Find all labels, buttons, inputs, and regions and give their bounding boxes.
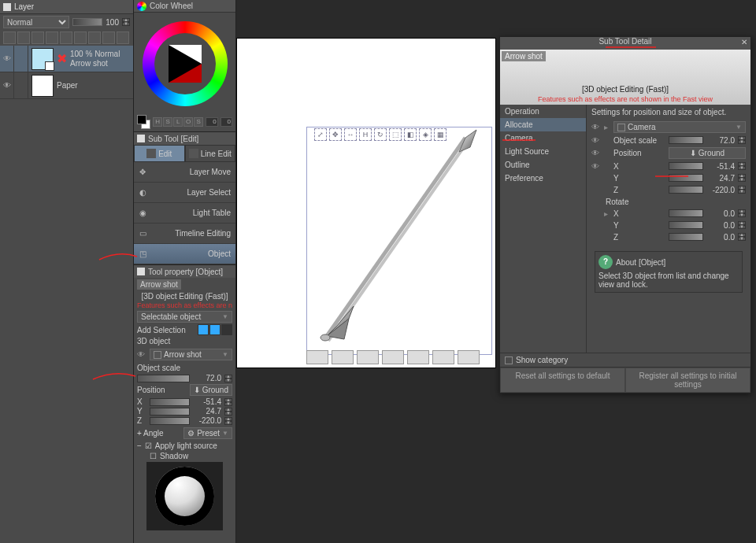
- lock-col[interactable]: [14, 46, 28, 72]
- canvas-btn[interactable]: [407, 350, 429, 364]
- eye-icon[interactable]: 👁: [137, 350, 146, 360]
- pos-y-spinner[interactable]: ▲▼: [224, 408, 232, 416]
- layer-tool-btn[interactable]: [74, 31, 87, 44]
- sv-triangle[interactable]: [169, 45, 202, 83]
- arrow-3d-object[interactable]: [313, 124, 486, 356]
- scale-slider[interactable]: [137, 375, 190, 382]
- selection-mode-swatches[interactable]: [198, 324, 232, 335]
- angle-expand[interactable]: + Angle: [137, 429, 164, 438]
- s-button[interactable]: S: [163, 117, 172, 127]
- spinner[interactable]: ▲▼: [738, 221, 746, 229]
- checkbox-icon[interactable]: [154, 351, 161, 359]
- pos-z-slider[interactable]: [150, 417, 190, 425]
- scale-slider[interactable]: [669, 136, 703, 144]
- eye-icon[interactable]: 👁: [591, 135, 601, 145]
- caret-icon[interactable]: ▸: [604, 209, 610, 218]
- close-icon[interactable]: ✕: [739, 38, 749, 47]
- layer-row-arrow-shot[interactable]: 👁 ✖ 100 % Normal Arrow shot: [0, 46, 133, 72]
- spinner[interactable]: ▲▼: [738, 233, 746, 241]
- detail-titlebar[interactable]: Sub Tool Detail ✕: [500, 37, 750, 50]
- rot-z-slider[interactable]: [669, 233, 703, 241]
- layer-tool-btn[interactable]: [88, 31, 101, 44]
- visibility-icon[interactable]: 👁: [0, 72, 14, 98]
- object-name-drop[interactable]: Arrow shot ▼: [150, 349, 232, 360]
- visibility-icon[interactable]: 👁: [0, 46, 14, 72]
- ground-button[interactable]: ⬇Ground: [190, 384, 232, 396]
- pos-x-spinner[interactable]: ▲▼: [224, 398, 232, 406]
- cat-outline[interactable]: Outline: [500, 158, 586, 172]
- spinner[interactable]: ▲▼: [738, 174, 746, 182]
- layer-toolbar: [0, 30, 133, 46]
- sel-sub-icon[interactable]: [221, 324, 232, 335]
- layer-tool-btn[interactable]: [46, 31, 58, 44]
- layer-tool-btn[interactable]: [60, 31, 72, 44]
- opacity-spinner[interactable]: ▲▼: [122, 18, 130, 26]
- cat-light-source[interactable]: Light Source: [500, 145, 586, 158]
- layer-tool-btn[interactable]: [17, 31, 30, 44]
- canvas-btn[interactable]: [432, 350, 454, 364]
- lock-col[interactable]: [14, 72, 28, 98]
- fg-bg-swatch[interactable]: [137, 115, 150, 129]
- scale-spinner[interactable]: ▲▼: [224, 375, 232, 382]
- subtool-timeline[interactable]: ▭Timeline Editing: [134, 223, 235, 244]
- preset-button[interactable]: ⚙Preset▼: [183, 427, 232, 439]
- cat-preference[interactable]: Preference: [500, 172, 586, 185]
- checkbox-icon[interactable]: [505, 356, 513, 364]
- l-button[interactable]: L: [173, 117, 183, 127]
- eye-icon[interactable]: 👁: [591, 161, 601, 171]
- canvas-btn[interactable]: [458, 350, 480, 364]
- pos-z-spinner[interactable]: ▲▼: [224, 417, 232, 425]
- subtool-object[interactable]: ◳Object: [134, 244, 235, 264]
- light-preview[interactable]: [146, 462, 223, 530]
- blend-mode-select[interactable]: Normal: [3, 16, 69, 28]
- cat-camera[interactable]: Camera: [500, 131, 586, 145]
- o-button[interactable]: O: [183, 117, 193, 127]
- expand-icon[interactable]: −: [137, 441, 142, 450]
- caret-icon[interactable]: ▸: [604, 123, 610, 131]
- layer-row-paper[interactable]: 👁 Paper: [0, 72, 133, 99]
- layer-tool-btn[interactable]: [102, 31, 115, 44]
- tab-edit[interactable]: Edit: [134, 145, 185, 162]
- subtool-light-table[interactable]: ◉Light Table: [134, 203, 235, 223]
- eye-icon[interactable]: 👁: [591, 149, 601, 158]
- layer-tool-btn[interactable]: [3, 31, 16, 44]
- subtool-layer-move[interactable]: ✥Layer Move: [134, 162, 235, 183]
- layer-tool-btn[interactable]: [32, 31, 44, 44]
- cat-allocate[interactable]: Allocate: [500, 118, 586, 131]
- canvas-btn[interactable]: [306, 350, 328, 364]
- sel-new-icon[interactable]: [198, 324, 209, 335]
- canvas-btn[interactable]: [357, 350, 379, 364]
- pos-y-slider[interactable]: [150, 408, 190, 416]
- eye-icon[interactable]: 👁: [591, 123, 601, 132]
- scale-spinner[interactable]: ▲▼: [738, 136, 746, 144]
- opacity-slider[interactable]: [72, 18, 102, 26]
- rot-x-slider[interactable]: [669, 209, 703, 217]
- pos-x-slider[interactable]: [669, 162, 703, 170]
- spinner[interactable]: ▲▼: [738, 209, 746, 217]
- ground-button[interactable]: ⬇Ground: [669, 147, 746, 159]
- register-button[interactable]: Register all settings to initial setting…: [625, 368, 750, 393]
- checkbox-icon[interactable]: ☑: [145, 441, 152, 450]
- canvas-btn[interactable]: [382, 350, 404, 364]
- hue-ring[interactable]: [143, 21, 228, 106]
- spinner[interactable]: ▲▼: [738, 162, 746, 170]
- sel-add-icon[interactable]: [209, 324, 220, 335]
- cat-operation[interactable]: Operation: [500, 105, 586, 118]
- pos-z-slider[interactable]: [669, 186, 703, 194]
- spinner[interactable]: ▲▼: [738, 186, 746, 194]
- pos-y-slider[interactable]: [669, 174, 703, 182]
- checkbox-icon[interactable]: ☐: [150, 452, 157, 460]
- layer-tool-btn[interactable]: [117, 31, 129, 44]
- reset-button[interactable]: Reset all settings to default: [500, 368, 625, 393]
- checkbox-icon[interactable]: [617, 124, 625, 131]
- h-button[interactable]: H: [153, 117, 162, 127]
- subtool-layer-select[interactable]: ◐Layer Select: [134, 183, 235, 203]
- s2-button[interactable]: S: [194, 117, 203, 127]
- tab-line-edit[interactable]: Line Edit: [185, 145, 236, 162]
- canvas[interactable]: ⤢ ✥ ↔ H ↻ ⬚ ◧ ◈ ▦: [236, 38, 496, 368]
- selectable-object-drop[interactable]: Selectable object▼: [137, 311, 232, 323]
- canvas-btn[interactable]: [332, 350, 354, 364]
- camera-dropdown[interactable]: Camera▼: [613, 121, 746, 133]
- pos-x-slider[interactable]: [150, 398, 190, 406]
- rot-y-slider[interactable]: [669, 221, 703, 229]
